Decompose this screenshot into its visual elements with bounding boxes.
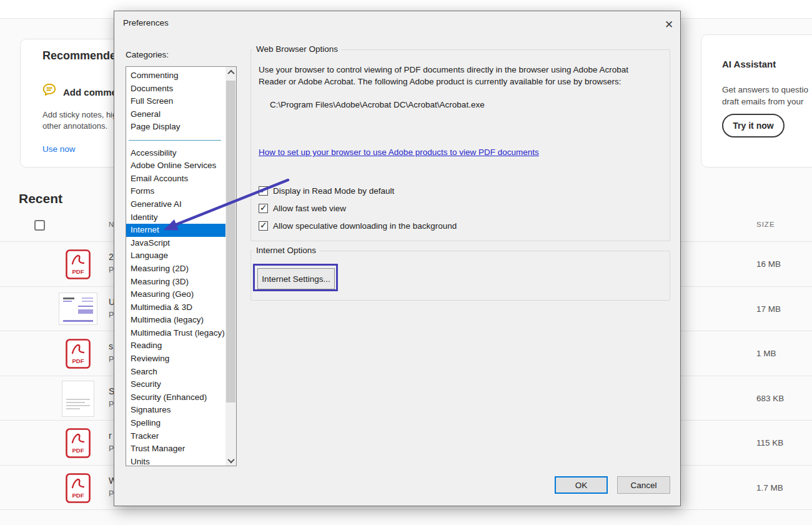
checkbox-row: ✓Display in Read Mode by default	[259, 186, 394, 196]
category-item-accessibility[interactable]: Accessibility	[126, 147, 225, 160]
category-item-forms[interactable]: Forms	[126, 185, 225, 198]
checkbox-2[interactable]: ✓	[259, 204, 268, 213]
cancel-button[interactable]: Cancel	[617, 476, 670, 494]
category-item-tracker[interactable]: Tracker	[126, 430, 225, 443]
file-size: 115 KB	[756, 438, 783, 448]
file-name-fragment: r	[109, 431, 112, 441]
ok-button[interactable]: OK	[555, 476, 608, 494]
category-item-full-screen[interactable]: Full Screen	[126, 95, 225, 108]
svg-text:PDF: PDF	[72, 492, 84, 499]
category-item-units[interactable]: Units	[126, 456, 225, 469]
category-item-measuring-2d-[interactable]: Measuring (2D)	[126, 262, 225, 276]
category-item-measuring-geo-[interactable]: Measuring (Geo)	[126, 288, 225, 301]
web-browser-options-group: Web Browser Options Use your browser to …	[250, 49, 670, 241]
browser-setup-help-link[interactable]: How to set up your browser to use Adobe …	[259, 148, 539, 157]
categories-items: CommentingDocumentsFull ScreenGeneralPag…	[126, 67, 225, 468]
ai-assistant-card: AI Assistant Get answers to questio draf…	[701, 34, 812, 168]
checkbox-3[interactable]: ✓	[259, 221, 268, 231]
file-size: 16 MB	[756, 259, 781, 269]
category-item-internet[interactable]: Internet	[126, 224, 225, 237]
file-size: 17 MB	[756, 304, 781, 314]
preferences-dialog: Preferences ✕ Categories: CommentingDocu…	[114, 11, 681, 506]
category-item-documents[interactable]: Documents	[126, 82, 225, 96]
category-item-signatures[interactable]: Signatures	[126, 404, 225, 417]
acrobat-home-screen: Recommended Add commen Add sticky notes,…	[0, 0, 812, 525]
web-browser-options-label: Web Browser Options	[253, 44, 341, 54]
categories-label: Categories:	[126, 50, 169, 59]
comment-bubble-icon	[41, 82, 57, 98]
browser-description-text: Use your browser to control viewing of P…	[259, 64, 658, 88]
size-column-header[interactable]: SIZE	[756, 221, 775, 228]
svg-text:PDF: PDF	[72, 447, 84, 454]
category-item-language[interactable]: Language	[126, 249, 225, 262]
category-item-reading[interactable]: Reading	[126, 339, 225, 352]
internet-options-group: Internet Options Internet Settings...	[250, 251, 670, 301]
category-item-page-display[interactable]: Page Display	[126, 121, 225, 134]
select-all-checkbox[interactable]	[34, 220, 45, 231]
acrobat-product-path: C:\Program Files\Adobe\Acrobat DC\Acroba…	[270, 100, 485, 109]
pdf-file-icon: PDF	[56, 421, 100, 466]
checkbox-label: Allow speculative downloading in the bac…	[273, 221, 457, 231]
checkbox-row: ✓Allow speculative downloading in the ba…	[259, 221, 457, 231]
category-item-search[interactable]: Search	[126, 366, 225, 379]
ai-assistant-title: AI Assistant	[722, 59, 776, 69]
category-item-email-accounts[interactable]: Email Accounts	[126, 172, 225, 186]
pdf-file-icon: PDF	[56, 466, 100, 511]
file-size: 1.7 MB	[756, 483, 783, 492]
file-name-fragment: 2	[109, 252, 114, 262]
tool-description-line2: other annotations.	[42, 121, 107, 131]
recommended-title: Recommended	[42, 49, 123, 62]
category-item-multimedia-legacy-[interactable]: Multimedia (legacy)	[126, 314, 225, 327]
internet-options-label: Internet Options	[253, 246, 319, 255]
use-now-link[interactable]: Use now	[42, 144, 76, 154]
internet-settings-button[interactable]: Internet Settings...	[257, 268, 335, 289]
pdf-file-icon: PDF	[56, 331, 100, 376]
category-item-security[interactable]: Security	[126, 378, 225, 391]
category-item-multimedia-trust-legacy-[interactable]: Multimedia Trust (legacy)	[126, 327, 225, 340]
category-item-javascript[interactable]: JavaScript	[126, 237, 225, 250]
dialog-title: Preferences	[123, 18, 169, 28]
try-it-now-button[interactable]: Try it now	[722, 114, 785, 138]
categories-listbox: CommentingDocumentsFull ScreenGeneralPag…	[126, 66, 237, 466]
category-item-security-enhanced-[interactable]: Security (Enhanced)	[126, 391, 225, 404]
recent-section-title: Recent	[19, 191, 62, 206]
file-size: 683 KB	[756, 394, 784, 403]
checkbox-label: Display in Read Mode by default	[273, 186, 394, 196]
pdf-file-icon: PDF	[56, 242, 100, 287]
category-item-commenting[interactable]: Commenting	[126, 69, 225, 82]
category-item-identity[interactable]: Identity	[126, 211, 225, 224]
category-item-general[interactable]: General	[126, 108, 225, 121]
category-item-adobe-online-services[interactable]: Adobe Online Services	[126, 159, 225, 172]
svg-text:PDF: PDF	[72, 358, 84, 364]
scroll-down-icon[interactable]	[225, 455, 236, 466]
ai-assistant-desc-line1: Get answers to questio	[722, 85, 808, 94]
category-item-reviewing[interactable]: Reviewing	[126, 352, 225, 366]
row-divider	[0, 509, 812, 510]
ai-assistant-desc-line2: draft emails from your	[722, 97, 804, 106]
scroll-up-icon[interactable]	[225, 67, 236, 78]
checkbox-row: ✓Allow fast web view	[259, 204, 346, 213]
document-thumbnail	[56, 376, 100, 421]
category-item-spelling[interactable]: Spelling	[126, 417, 225, 430]
scrollbar-thumb[interactable]	[226, 81, 235, 402]
category-item-measuring-3d-[interactable]: Measuring (3D)	[126, 276, 225, 289]
file-size: 1 MB	[756, 349, 776, 358]
category-group-divider	[126, 134, 225, 147]
checkbox-label: Allow fast web view	[273, 204, 346, 213]
checkbox-1[interactable]: ✓	[259, 186, 268, 196]
category-item-multimedia-3d[interactable]: Multimedia & 3D	[126, 301, 225, 314]
document-thumbnail	[56, 287, 100, 332]
category-item-trust-manager[interactable]: Trust Manager	[126, 442, 225, 456]
category-item-generative-ai[interactable]: Generative AI	[126, 198, 225, 211]
svg-text:PDF: PDF	[72, 268, 84, 275]
tool-description-line1: Add sticky notes, high	[42, 110, 121, 119]
listbox-scrollbar[interactable]	[225, 67, 236, 466]
close-icon[interactable]: ✕	[661, 17, 676, 32]
file-name-fragment: s	[109, 341, 113, 351]
